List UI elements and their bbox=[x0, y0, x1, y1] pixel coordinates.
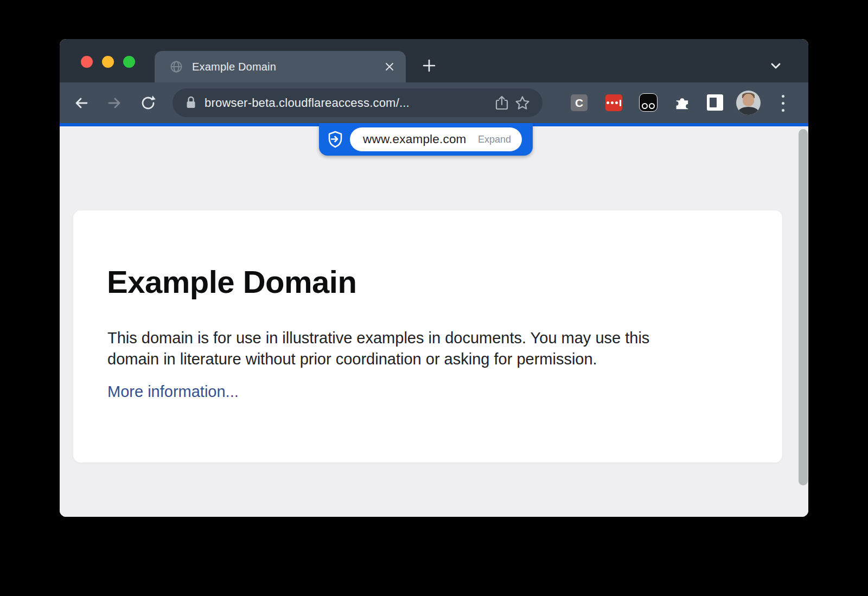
extension-circles-icon[interactable] bbox=[639, 93, 658, 112]
bookmark-star-icon[interactable] bbox=[512, 93, 533, 113]
avatar-face bbox=[743, 94, 754, 106]
extension-c-icon[interactable]: C bbox=[571, 94, 588, 111]
profile-avatar[interactable] bbox=[736, 91, 761, 115]
new-tab-button[interactable] bbox=[417, 54, 441, 78]
tab-close-icon[interactable] bbox=[380, 57, 399, 76]
lock-icon[interactable] bbox=[186, 96, 196, 110]
forward-button[interactable] bbox=[103, 91, 126, 115]
tab-search-chevron-icon[interactable] bbox=[764, 54, 788, 78]
isolation-domain-pill[interactable]: www.example.com Expand bbox=[319, 123, 533, 156]
browser-window: Example Domain bbox=[60, 39, 808, 517]
traffic-lights bbox=[81, 56, 135, 68]
url-text[interactable]: browser-beta.cloudflareaccess.com/... bbox=[205, 96, 492, 110]
circle-glyph bbox=[649, 103, 655, 109]
page-paragraph: This domain is for use in illustrative e… bbox=[107, 328, 782, 370]
lastpass-extension-icon[interactable] bbox=[605, 94, 622, 111]
toolbar: browser-beta.cloudflareaccess.com/... C bbox=[60, 82, 808, 123]
lastpass-bar bbox=[620, 100, 621, 106]
globe-favicon-icon bbox=[170, 60, 183, 73]
lastpass-dot bbox=[615, 101, 618, 104]
page-content: www.example.com Expand Example Domain Th… bbox=[60, 123, 808, 517]
page-title: Example Domain bbox=[107, 265, 782, 299]
example-domain-card: Example Domain This domain is for use in… bbox=[73, 210, 782, 463]
kebab-dot bbox=[782, 102, 784, 105]
shield-arrow-icon bbox=[327, 131, 343, 148]
extensions-puzzle-icon[interactable] bbox=[670, 91, 694, 115]
expand-button[interactable]: Expand bbox=[478, 134, 511, 145]
reload-button[interactable] bbox=[136, 91, 160, 115]
side-panel-icon[interactable] bbox=[707, 94, 723, 111]
side-panel-inner bbox=[710, 98, 717, 107]
close-window-button[interactable] bbox=[81, 56, 93, 68]
zoom-window-button[interactable] bbox=[123, 56, 135, 68]
back-button[interactable] bbox=[69, 91, 93, 115]
paragraph-line-2: domain in literature without prior coord… bbox=[107, 349, 782, 370]
paragraph-line-1: This domain is for use in illustrative e… bbox=[107, 328, 782, 349]
kebab-dot bbox=[782, 109, 784, 112]
lastpass-dot bbox=[607, 101, 609, 104]
tab-title: Example Domain bbox=[192, 61, 380, 73]
browser-tab[interactable]: Example Domain bbox=[155, 51, 406, 82]
browser-menu-kebab-icon[interactable] bbox=[778, 91, 787, 115]
more-information-link[interactable]: More information... bbox=[107, 383, 239, 401]
minimize-window-button[interactable] bbox=[102, 56, 114, 68]
kebab-dot bbox=[782, 95, 784, 98]
tab-strip: Example Domain bbox=[60, 39, 808, 82]
circle-glyph bbox=[642, 103, 648, 109]
extension-c-label: C bbox=[575, 97, 583, 110]
share-icon[interactable] bbox=[492, 93, 512, 113]
isolated-url-pill[interactable]: www.example.com Expand bbox=[350, 127, 522, 151]
vertical-scrollbar-thumb[interactable] bbox=[799, 129, 808, 485]
address-bar[interactable]: browser-beta.cloudflareaccess.com/... bbox=[173, 88, 542, 117]
lastpass-dot bbox=[611, 101, 614, 104]
avatar-sweater bbox=[738, 107, 758, 115]
isolated-domain-text: www.example.com bbox=[363, 132, 467, 146]
